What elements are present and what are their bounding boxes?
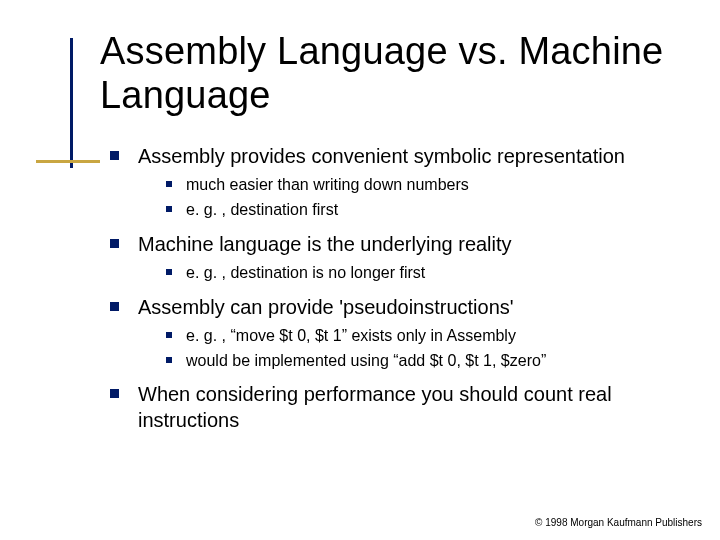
bullet-item: Assembly provides convenient symbolic re… bbox=[110, 143, 680, 221]
bullet-text: Machine language is the underlying reali… bbox=[138, 233, 512, 255]
accent-horizontal-bar bbox=[36, 160, 100, 163]
bullet-item: Machine language is the underlying reali… bbox=[110, 231, 680, 284]
slide: Assembly Language vs. Machine Language A… bbox=[0, 0, 720, 540]
bullet-list-level-2: e. g. , “move $t 0, $t 1” exists only in… bbox=[166, 326, 680, 372]
bullet-list-level-1: Assembly provides convenient symbolic re… bbox=[110, 143, 680, 433]
sub-bullet-item: much easier than writing down numbers bbox=[166, 175, 680, 196]
slide-title: Assembly Language vs. Machine Language bbox=[100, 30, 680, 117]
bullet-list-level-2: much easier than writing down numbers e.… bbox=[166, 175, 680, 221]
bullet-text: Assembly can provide 'pseudoinstructions… bbox=[138, 296, 514, 318]
bullet-item: When considering performance you should … bbox=[110, 381, 680, 433]
sub-bullet-item: e. g. , destination first bbox=[166, 200, 680, 221]
sub-bullet-item: would be implemented using “add $t 0, $t… bbox=[166, 351, 680, 372]
copyright-footer: © 1998 Morgan Kaufmann Publishers bbox=[535, 517, 702, 528]
accent-vertical-bar bbox=[70, 38, 73, 168]
bullet-text: When considering performance you should … bbox=[138, 383, 612, 431]
sub-bullet-item: e. g. , “move $t 0, $t 1” exists only in… bbox=[166, 326, 680, 347]
bullet-item: Assembly can provide 'pseudoinstructions… bbox=[110, 294, 680, 372]
bullet-text: Assembly provides convenient symbolic re… bbox=[138, 145, 625, 167]
bullet-list-level-2: e. g. , destination is no longer first bbox=[166, 263, 680, 284]
slide-content: Assembly provides convenient symbolic re… bbox=[110, 143, 680, 433]
sub-bullet-item: e. g. , destination is no longer first bbox=[166, 263, 680, 284]
